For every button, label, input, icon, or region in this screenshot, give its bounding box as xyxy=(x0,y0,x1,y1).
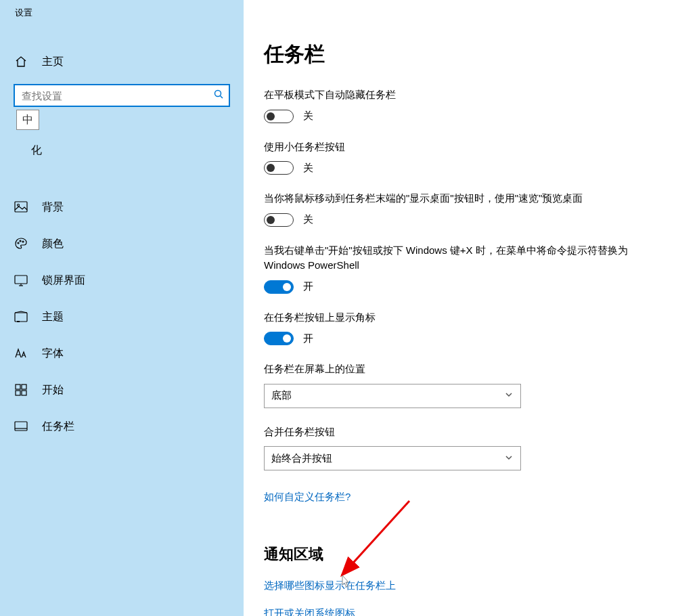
toggle-state-text: 关 xyxy=(303,162,313,175)
setting-label: 当我右键单击"开始"按钮或按下 Windows 键+X 时，在菜单中将命令提示符… xyxy=(264,243,643,273)
sidebar-item-background[interactable]: 背景 xyxy=(0,189,244,225)
setting-auto-hide-tablet: 在平板模式下自动隐藏任务栏 关 xyxy=(264,87,658,123)
toggle-switch[interactable] xyxy=(264,280,294,294)
taskbar-icon xyxy=(14,419,28,434)
toggle-switch[interactable] xyxy=(264,213,294,227)
svg-point-3 xyxy=(18,204,20,206)
setting-label: 在任务栏按钮上显示角标 xyxy=(264,310,643,326)
ime-indicator[interactable]: 中 xyxy=(16,110,39,130)
toggle-switch[interactable] xyxy=(264,161,294,175)
svg-rect-12 xyxy=(16,384,20,389)
setting-taskbar-location: 任务栏在屏幕上的位置 底部 xyxy=(264,361,658,408)
toggle-state-text: 开 xyxy=(303,332,313,345)
category-label-partial: 化 xyxy=(0,144,244,158)
setting-label: 当你将鼠标移动到任务栏末端的"显示桌面"按钮时，使用"速览"预览桌面 xyxy=(264,191,643,206)
chevron-down-icon xyxy=(504,390,514,401)
chevron-down-icon xyxy=(504,453,514,464)
setting-label: 合并任务栏按钮 xyxy=(264,424,643,440)
sidebar-home[interactable]: 主页 xyxy=(0,46,244,77)
toggle-state-text: 关 xyxy=(303,110,313,123)
sidebar-item-label: 任务栏 xyxy=(42,420,74,434)
link-system-icons[interactable]: 打开或关闭系统图标 xyxy=(264,607,355,616)
sidebar-item-taskbar[interactable]: 任务栏 xyxy=(0,408,244,445)
font-icon xyxy=(14,346,28,361)
svg-line-1 xyxy=(221,96,223,99)
svg-rect-16 xyxy=(15,422,27,431)
setting-small-buttons: 使用小任务栏按钮 关 xyxy=(264,139,658,175)
lockscreen-icon xyxy=(14,273,28,288)
dropdown-value: 始终合并按钮 xyxy=(271,452,332,465)
dropdown-location[interactable]: 底部 xyxy=(264,384,521,408)
sidebar-item-label: 主题 xyxy=(42,310,64,324)
image-icon xyxy=(14,200,28,215)
help-link[interactable]: 如何自定义任务栏? xyxy=(264,491,351,504)
sidebar-item-themes[interactable]: 主题 xyxy=(0,299,244,335)
search-icon xyxy=(214,89,223,102)
svg-rect-7 xyxy=(15,276,27,284)
svg-rect-14 xyxy=(16,391,20,395)
sidebar-item-lockscreen[interactable]: 锁屏界面 xyxy=(0,262,244,299)
setting-badges: 在任务栏按钮上显示角标 开 xyxy=(264,310,658,346)
setting-combine-buttons: 合并任务栏按钮 始终合并按钮 xyxy=(264,424,658,471)
svg-point-4 xyxy=(18,242,19,244)
toggle-switch[interactable] xyxy=(264,110,294,123)
svg-point-5 xyxy=(20,240,21,242)
setting-powershell-replace: 当我右键单击"开始"按钮或按下 Windows 键+X 时，在菜单中将命令提示符… xyxy=(264,243,658,294)
toggle-state-text: 关 xyxy=(303,213,313,226)
sidebar-item-label: 锁屏界面 xyxy=(42,273,85,288)
setting-label: 使用小任务栏按钮 xyxy=(264,139,643,155)
main-content: 任务栏 在平板模式下自动隐藏任务栏 关 使用小任务栏按钮 关 当你将鼠标移动到任… xyxy=(244,0,678,616)
svg-rect-13 xyxy=(22,384,26,389)
svg-rect-15 xyxy=(22,391,26,395)
sidebar-item-label: 颜色 xyxy=(42,237,64,251)
nav-list: 背景 颜色 锁屏界面 xyxy=(0,189,244,445)
search-input[interactable] xyxy=(14,84,230,107)
svg-rect-10 xyxy=(15,313,27,322)
palette-icon xyxy=(14,236,28,251)
svg-point-0 xyxy=(215,91,221,97)
svg-point-6 xyxy=(22,241,24,242)
sidebar-item-start[interactable]: 开始 xyxy=(0,372,244,408)
search-container: 中 xyxy=(0,77,244,107)
sidebar-item-label: 背景 xyxy=(42,200,64,215)
dropdown-value: 底部 xyxy=(271,389,292,402)
setting-peek-preview: 当你将鼠标移动到任务栏末端的"显示桌面"按钮时，使用"速览"预览桌面 关 xyxy=(264,191,658,227)
sidebar-item-label: 开始 xyxy=(42,383,64,397)
toggle-state-text: 开 xyxy=(303,280,313,293)
theme-icon xyxy=(14,309,28,324)
start-icon xyxy=(14,382,28,397)
dropdown-combine[interactable]: 始终合并按钮 xyxy=(264,446,521,470)
home-label: 主页 xyxy=(42,55,64,69)
home-icon xyxy=(14,54,28,69)
app-title: 设置 xyxy=(0,0,244,26)
setting-label: 在平板模式下自动隐藏任务栏 xyxy=(264,87,643,103)
link-select-icons[interactable]: 选择哪些图标显示在任务栏上 xyxy=(264,579,396,592)
sidebar: 设置 主页 中 化 背景 xyxy=(0,0,244,616)
svg-rect-2 xyxy=(15,202,27,212)
setting-label: 任务栏在屏幕上的位置 xyxy=(264,361,643,377)
page-title: 任务栏 xyxy=(264,41,658,68)
notification-area-heading: 通知区域 xyxy=(264,544,658,565)
sidebar-item-label: 字体 xyxy=(42,347,64,361)
toggle-switch[interactable] xyxy=(264,332,294,345)
sidebar-item-fonts[interactable]: 字体 xyxy=(0,335,244,372)
sidebar-item-colors[interactable]: 颜色 xyxy=(0,225,244,262)
